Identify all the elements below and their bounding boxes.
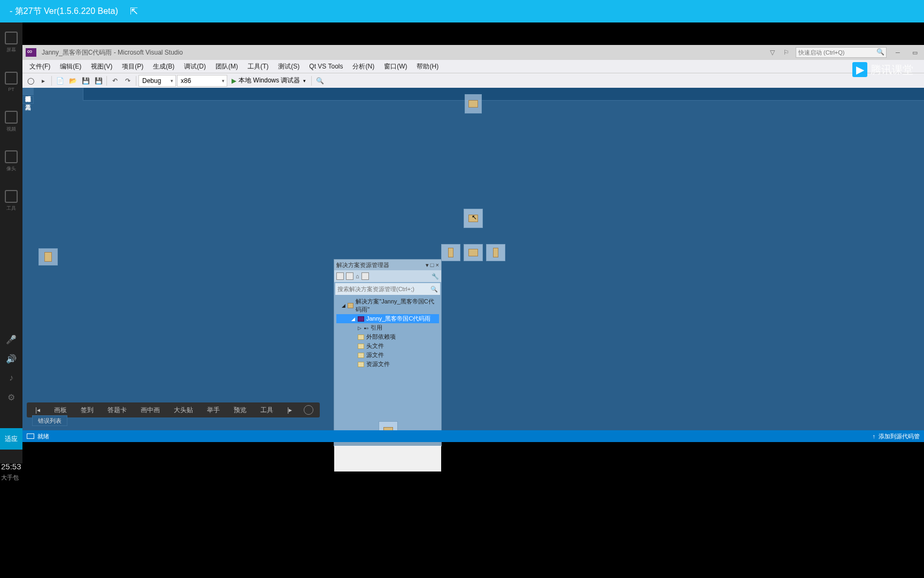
dock-hint-top-inner[interactable]: ↖ (464, 209, 483, 228)
status-source-control[interactable]: 添加到源代码管 (879, 432, 920, 440)
dock-hint-cross-center[interactable] (464, 244, 483, 261)
nav-back-button[interactable]: ◯ (25, 75, 36, 87)
tencent-play-icon: ▶ (852, 62, 867, 77)
dock-hint-left[interactable] (38, 248, 58, 265)
filter-icon[interactable]: ▽ (768, 49, 776, 56)
wb-prev-icon[interactable]: |◂ (33, 405, 42, 415)
menu-debug[interactable]: 调试(D) (179, 60, 211, 73)
left-tab-toolbox[interactable]: 工具箱 (22, 96, 34, 104)
close-icon[interactable]: ▾ □ × (426, 262, 439, 269)
platform-dropdown[interactable]: x86 (177, 75, 227, 87)
save-all-button[interactable]: 💾 (93, 75, 104, 87)
menu-team[interactable]: 团队(M) (211, 60, 243, 73)
wb-checkin[interactable]: 签到 (79, 405, 96, 416)
solution-explorer-toolbar: ⌂ 🔧 (334, 270, 441, 282)
solution-search-input[interactable]: 搜索解决方案资源管理(Ctrl+;) 🔍 (335, 283, 440, 295)
home-icon[interactable] (336, 272, 344, 280)
cursor-icon: ↖ (472, 214, 477, 221)
tree-external-deps[interactable]: 外部依赖项 (336, 332, 439, 341)
wb-quiz[interactable]: 答题卡 (105, 405, 129, 416)
status-ready: 就绪 (37, 432, 49, 440)
player-title: - 第27节 Ver(1.5.6.220 Beta) (10, 6, 118, 17)
wb-preview[interactable]: 预览 (232, 405, 249, 416)
tree-sources[interactable]: 源文件 (336, 351, 439, 360)
solution-explorer-floating[interactable]: 解决方案资源管理器 ▾ □ × ⌂ 🔧 搜索解决方案资源管理(Ctrl+;) 🔍… (334, 259, 442, 446)
properties-icon[interactable]: 🔧 (432, 273, 439, 280)
error-list-tab[interactable]: 错误列表 (32, 415, 67, 426)
whiteboard-toolbar: |◂ 画板 签到 答题卡 画中画 大头贴 举手 预览 工具 |▸ (27, 402, 320, 417)
tree-headers[interactable]: 头文件 (336, 341, 439, 351)
flag-icon[interactable]: ⚐ (782, 49, 790, 56)
sidebar-item-ppt[interactable]: PT (0, 62, 22, 102)
dock-hint-cross-right[interactable] (486, 244, 505, 261)
dock-hint-cross-left[interactable] (441, 244, 460, 261)
music-icon[interactable]: ♪ (0, 368, 22, 387)
left-tab-server-explorer[interactable]: 服务器资源管理器 (22, 88, 34, 95)
menu-view[interactable]: 视图(V) (86, 60, 117, 73)
wb-board[interactable]: 画板 (52, 405, 69, 416)
solution-explorer-header[interactable]: 解决方案资源管理器 ▾ □ × (334, 260, 441, 270)
quick-launch-input[interactable] (796, 47, 887, 58)
vs-logo-icon (26, 48, 36, 57)
speaker-icon[interactable]: 🔊 (0, 349, 22, 368)
vs-toolbar: ◯ ▸ 📄 📂 💾 💾 ↶ ↷ Debug x86 ▶ 本地 Windows 调… (22, 73, 924, 88)
minimize-button[interactable]: ─ (892, 48, 904, 57)
elapsed-time: 25:53 (1, 462, 21, 471)
wb-tools[interactable]: 工具 (258, 405, 275, 416)
new-project-button[interactable]: 📄 (54, 75, 66, 87)
dock-hint-top[interactable] (465, 94, 482, 113)
menu-test[interactable]: 测试(S) (273, 60, 304, 73)
search-icon[interactable]: 🔍 (876, 48, 884, 56)
menu-analyze[interactable]: 分析(N) (348, 60, 379, 73)
mic-mute-icon[interactable]: 🎤 (0, 330, 22, 349)
undo-button[interactable]: ↶ (109, 75, 121, 87)
menu-build[interactable]: 生成(B) (148, 60, 179, 73)
menu-tools[interactable]: 工具(T) (243, 60, 273, 73)
config-dropdown[interactable]: Debug (138, 75, 176, 87)
menu-qt[interactable]: Qt VS Tools (304, 61, 348, 72)
blank-tab[interactable] (35, 88, 83, 101)
maximize-button[interactable]: ▭ (909, 48, 921, 57)
status-icon (27, 434, 34, 439)
visual-studio-window: Janny_黑客帝国C代码雨 - Microsoft Visual Studio… (22, 45, 924, 442)
find-button[interactable]: 🔍 (314, 75, 326, 87)
home-icon-2[interactable]: ⌂ (356, 273, 359, 279)
start-debug-button[interactable]: ▶ 本地 Windows 调试器 ▾ (228, 76, 309, 85)
refresh-icon[interactable] (361, 272, 369, 280)
save-button[interactable]: 💾 (80, 75, 91, 87)
menu-window[interactable]: 窗口(W) (379, 60, 412, 73)
project-node[interactable]: ◢Janny_黑客帝国C代码雨 (336, 314, 439, 323)
sidebar-item-screen[interactable]: 屏幕 (0, 22, 22, 62)
solution-root[interactable]: ◢解决方案"Janny_黑客帝国C代码雨" (336, 297, 439, 314)
sidebar-item-camera[interactable]: 像头 (0, 141, 22, 181)
wb-pip[interactable]: 画中画 (138, 405, 162, 416)
power-icon[interactable] (304, 405, 313, 415)
share-icon[interactable]: ⇱ (130, 5, 138, 17)
vs-workspace: 服务器资源管理器 工具箱 ↖ 解决方案资源管理器 ▾ □ × (22, 88, 924, 426)
search-icon[interactable]: 🔍 (430, 286, 438, 293)
sync-icon[interactable] (346, 272, 353, 280)
wb-next-icon[interactable]: |▸ (285, 405, 294, 415)
menu-project[interactable]: 项目(P) (117, 60, 148, 73)
vs-statusbar: 就绪 ↑ 添加到源代码管 (22, 430, 924, 442)
player-media-icons: 🎤 🔊 ♪ ⚙ (0, 330, 22, 407)
fit-button[interactable]: 适应 (0, 428, 22, 450)
open-button[interactable]: 📂 (67, 75, 79, 87)
vs-title: Janny_黑客帝国C代码雨 - Microsoft Visual Studio (42, 48, 183, 57)
wb-avatar[interactable]: 大头贴 (172, 405, 195, 416)
panel-bottom-blank (334, 446, 441, 471)
play-icon: ▶ (232, 77, 236, 85)
tree-references[interactable]: ▷▪▫引用 (336, 323, 439, 332)
arrow-up-icon: ↑ (873, 433, 876, 439)
redo-button[interactable]: ↷ (122, 75, 134, 87)
tree-resources[interactable]: 资源文件 (336, 360, 439, 369)
wb-raisehand[interactable]: 举手 (205, 405, 222, 416)
sidebar-item-tools[interactable]: 工具 (0, 181, 22, 220)
sidebar-item-video[interactable]: 视频 (0, 102, 22, 141)
menu-file[interactable]: 文件(F) (25, 60, 55, 73)
player-titlebar: - 第27节 Ver(1.5.6.220 Beta) ⇱ (0, 0, 924, 22)
menu-edit[interactable]: 编辑(E) (55, 60, 86, 73)
menu-help[interactable]: 帮助(H) (412, 60, 443, 73)
settings-icon[interactable]: ⚙ (0, 387, 22, 407)
nav-fwd-button[interactable]: ▸ (37, 75, 49, 87)
